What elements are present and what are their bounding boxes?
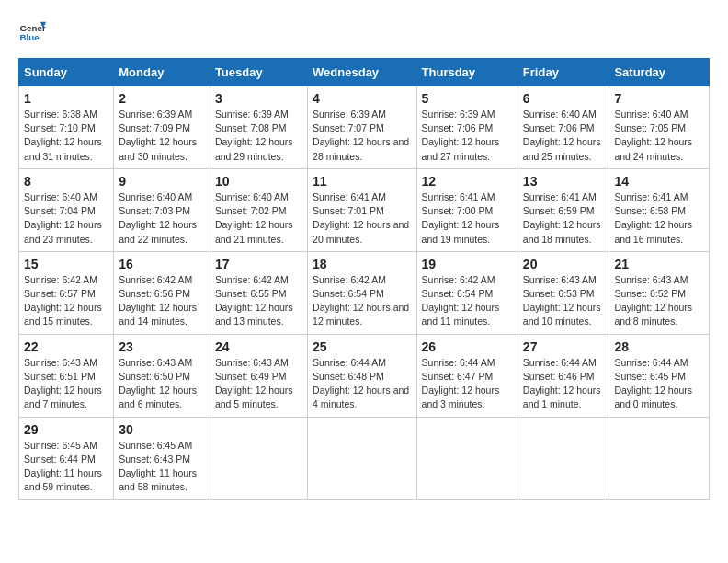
table-row: 2Sunrise: 6:39 AM Sunset: 7:09 PM Daylig…	[114, 86, 210, 169]
day-number: 21	[614, 257, 704, 271]
calendar-week-row: 15Sunrise: 6:42 AM Sunset: 6:57 PM Dayli…	[19, 251, 710, 334]
table-row	[518, 417, 609, 500]
day-number: 30	[119, 422, 205, 437]
day-number: 28	[614, 339, 704, 354]
day-number: 9	[119, 174, 205, 189]
table-row: 7Sunrise: 6:40 AM Sunset: 7:05 PM Daylig…	[609, 86, 710, 169]
table-row: 10Sunrise: 6:40 AM Sunset: 7:02 PM Dayli…	[210, 168, 307, 251]
col-thursday: Thursday	[416, 59, 518, 86]
col-tuesday: Tuesday	[210, 59, 307, 86]
calendar-table: Sunday Monday Tuesday Wednesday Thursday…	[18, 58, 710, 500]
day-info: Sunrise: 6:38 AM Sunset: 7:10 PM Dayligh…	[24, 108, 108, 164]
table-row: 1Sunrise: 6:38 AM Sunset: 7:10 PM Daylig…	[19, 86, 114, 169]
calendar-week-row: 8Sunrise: 6:40 AM Sunset: 7:04 PM Daylig…	[19, 168, 710, 251]
day-info: Sunrise: 6:41 AM Sunset: 6:58 PM Dayligh…	[614, 190, 704, 247]
table-row: 11Sunrise: 6:41 AM Sunset: 7:01 PM Dayli…	[308, 168, 416, 251]
day-number: 20	[523, 257, 605, 271]
day-info: Sunrise: 6:44 AM Sunset: 6:45 PM Dayligh…	[614, 356, 704, 412]
day-number: 6	[523, 91, 605, 106]
day-info: Sunrise: 6:40 AM Sunset: 7:04 PM Dayligh…	[24, 190, 108, 247]
logo: General Blue	[18, 18, 50, 46]
table-row: 9Sunrise: 6:40 AM Sunset: 7:03 PM Daylig…	[114, 168, 210, 251]
day-info: Sunrise: 6:42 AM Sunset: 6:54 PM Dayligh…	[422, 273, 513, 329]
table-row: 21Sunrise: 6:43 AM Sunset: 6:52 PM Dayli…	[609, 251, 710, 334]
table-row: 24Sunrise: 6:43 AM Sunset: 6:49 PM Dayli…	[210, 334, 307, 417]
day-number: 19	[422, 257, 513, 271]
day-info: Sunrise: 6:43 AM Sunset: 6:49 PM Dayligh…	[215, 356, 302, 412]
day-info: Sunrise: 6:44 AM Sunset: 6:48 PM Dayligh…	[313, 356, 411, 412]
day-info: Sunrise: 6:42 AM Sunset: 6:55 PM Dayligh…	[215, 273, 302, 329]
table-row: 30Sunrise: 6:45 AM Sunset: 6:43 PM Dayli…	[114, 417, 210, 500]
day-info: Sunrise: 6:39 AM Sunset: 7:06 PM Dayligh…	[422, 108, 513, 164]
table-row: 6Sunrise: 6:40 AM Sunset: 7:06 PM Daylig…	[518, 86, 609, 169]
table-row: 12Sunrise: 6:41 AM Sunset: 7:00 PM Dayli…	[416, 168, 518, 251]
day-info: Sunrise: 6:39 AM Sunset: 7:09 PM Dayligh…	[119, 108, 205, 164]
day-number: 3	[215, 91, 302, 106]
day-info: Sunrise: 6:44 AM Sunset: 6:47 PM Dayligh…	[422, 356, 513, 412]
day-number: 15	[24, 257, 108, 271]
col-monday: Monday	[114, 59, 210, 86]
day-number: 27	[523, 339, 605, 354]
day-info: Sunrise: 6:41 AM Sunset: 6:59 PM Dayligh…	[523, 190, 605, 247]
day-number: 4	[313, 91, 411, 106]
table-row	[308, 417, 416, 500]
table-row: 28Sunrise: 6:44 AM Sunset: 6:45 PM Dayli…	[609, 334, 710, 417]
table-row: 20Sunrise: 6:43 AM Sunset: 6:53 PM Dayli…	[518, 251, 609, 334]
col-friday: Friday	[518, 59, 609, 86]
table-row: 17Sunrise: 6:42 AM Sunset: 6:55 PM Dayli…	[210, 251, 307, 334]
col-sunday: Sunday	[19, 59, 114, 86]
col-wednesday: Wednesday	[308, 59, 416, 86]
day-info: Sunrise: 6:42 AM Sunset: 6:57 PM Dayligh…	[24, 273, 108, 329]
day-info: Sunrise: 6:43 AM Sunset: 6:51 PM Dayligh…	[24, 356, 108, 412]
day-number: 11	[313, 174, 411, 189]
day-number: 22	[24, 339, 108, 354]
table-row: 3Sunrise: 6:39 AM Sunset: 7:08 PM Daylig…	[210, 86, 307, 169]
table-row: 13Sunrise: 6:41 AM Sunset: 6:59 PM Dayli…	[518, 168, 609, 251]
day-info: Sunrise: 6:40 AM Sunset: 7:02 PM Dayligh…	[215, 190, 302, 247]
table-row: 22Sunrise: 6:43 AM Sunset: 6:51 PM Dayli…	[19, 334, 114, 417]
table-row: 18Sunrise: 6:42 AM Sunset: 6:54 PM Dayli…	[308, 251, 416, 334]
table-row: 19Sunrise: 6:42 AM Sunset: 6:54 PM Dayli…	[416, 251, 518, 334]
generalblue-logo-icon: General Blue	[18, 18, 46, 46]
calendar-week-row: 1Sunrise: 6:38 AM Sunset: 7:10 PM Daylig…	[19, 86, 710, 169]
day-number: 13	[523, 174, 605, 189]
day-number: 1	[24, 91, 108, 106]
day-info: Sunrise: 6:39 AM Sunset: 7:07 PM Dayligh…	[313, 108, 411, 164]
day-info: Sunrise: 6:43 AM Sunset: 6:50 PM Dayligh…	[119, 356, 205, 412]
calendar-week-row: 29Sunrise: 6:45 AM Sunset: 6:44 PM Dayli…	[19, 417, 710, 500]
table-row: 8Sunrise: 6:40 AM Sunset: 7:04 PM Daylig…	[19, 168, 114, 251]
day-number: 8	[24, 174, 108, 189]
day-info: Sunrise: 6:43 AM Sunset: 6:53 PM Dayligh…	[523, 273, 605, 329]
table-row: 29Sunrise: 6:45 AM Sunset: 6:44 PM Dayli…	[19, 417, 114, 500]
day-number: 7	[614, 91, 704, 106]
day-number: 23	[119, 339, 205, 354]
table-row: 15Sunrise: 6:42 AM Sunset: 6:57 PM Dayli…	[19, 251, 114, 334]
day-number: 14	[614, 174, 704, 189]
table-row	[210, 417, 307, 500]
day-number: 18	[313, 257, 411, 271]
day-info: Sunrise: 6:42 AM Sunset: 6:54 PM Dayligh…	[313, 273, 411, 329]
col-saturday: Saturday	[609, 59, 710, 86]
table-row: 4Sunrise: 6:39 AM Sunset: 7:07 PM Daylig…	[308, 86, 416, 169]
day-info: Sunrise: 6:41 AM Sunset: 7:00 PM Dayligh…	[422, 190, 513, 247]
day-info: Sunrise: 6:40 AM Sunset: 7:05 PM Dayligh…	[614, 108, 704, 164]
day-info: Sunrise: 6:40 AM Sunset: 7:06 PM Dayligh…	[523, 108, 605, 164]
svg-text:Blue: Blue	[20, 32, 40, 42]
day-number: 12	[422, 174, 513, 189]
day-number: 29	[24, 422, 108, 437]
day-info: Sunrise: 6:39 AM Sunset: 7:08 PM Dayligh…	[215, 108, 302, 164]
table-row: 25Sunrise: 6:44 AM Sunset: 6:48 PM Dayli…	[308, 334, 416, 417]
day-number: 16	[119, 257, 205, 271]
calendar-week-row: 22Sunrise: 6:43 AM Sunset: 6:51 PM Dayli…	[19, 334, 710, 417]
table-row: 27Sunrise: 6:44 AM Sunset: 6:46 PM Dayli…	[518, 334, 609, 417]
day-info: Sunrise: 6:43 AM Sunset: 6:52 PM Dayligh…	[614, 273, 704, 329]
table-row: 5Sunrise: 6:39 AM Sunset: 7:06 PM Daylig…	[416, 86, 518, 169]
day-number: 17	[215, 257, 302, 271]
day-number: 2	[119, 91, 205, 106]
day-number: 24	[215, 339, 302, 354]
calendar-header-row: Sunday Monday Tuesday Wednesday Thursday…	[19, 59, 710, 86]
table-row: 26Sunrise: 6:44 AM Sunset: 6:47 PM Dayli…	[416, 334, 518, 417]
day-info: Sunrise: 6:44 AM Sunset: 6:46 PM Dayligh…	[523, 356, 605, 412]
day-info: Sunrise: 6:45 AM Sunset: 6:44 PM Dayligh…	[24, 439, 108, 495]
day-info: Sunrise: 6:45 AM Sunset: 6:43 PM Dayligh…	[119, 439, 205, 495]
